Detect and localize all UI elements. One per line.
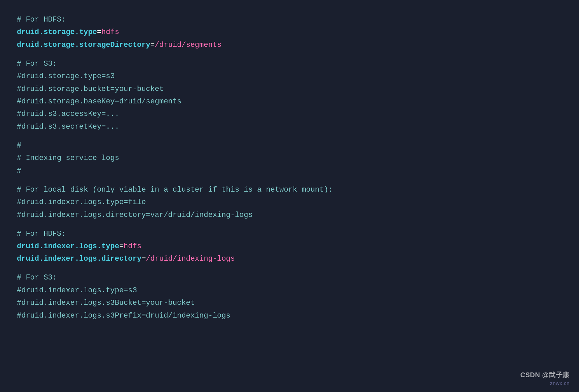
code-line: druid.storage.type=hdfs: [17, 26, 562, 38]
property-value: /druid/indexing-logs: [146, 255, 235, 263]
blank-line: [17, 133, 562, 139]
code-line: druid.storage.storageDirectory=/druid/se…: [17, 39, 562, 51]
equals-sign: =: [97, 28, 101, 36]
code-line: # For S3:: [17, 271, 562, 284]
code-line: # Indexing service logs: [17, 152, 562, 164]
code-line: #druid.s3.secretKey=...: [17, 121, 562, 133]
watermark-bottom: znwx.cn: [550, 380, 570, 386]
equals-sign: =: [142, 255, 146, 263]
code-line: druid.indexer.logs.type=hdfs: [17, 240, 562, 253]
blank-line: [17, 265, 562, 272]
property-key: druid.storage.type: [17, 28, 97, 36]
blank-line: [17, 177, 562, 184]
code-line: #druid.indexer.logs.directory=var/druid/…: [17, 209, 562, 221]
property-value: /druid/segments: [155, 41, 221, 49]
property-value: hdfs: [101, 28, 119, 36]
code-line: #druid.indexer.logs.type=s3: [17, 284, 562, 297]
code-block: # For HDFS:druid.storage.type=hdfsdruid.…: [0, 0, 579, 335]
code-line: #druid.indexer.logs.s3Bucket=your-bucket: [17, 297, 562, 309]
blank-line: [17, 51, 562, 58]
property-key: druid.indexer.logs.directory: [17, 255, 142, 263]
code-line: # For HDFS:: [17, 13, 562, 26]
code-line: #: [17, 165, 562, 177]
code-line: #druid.indexer.logs.type=file: [17, 196, 562, 208]
code-line: #druid.indexer.logs.s3Prefix=druid/index…: [17, 309, 562, 322]
code-line: #druid.storage.type=s3: [17, 70, 562, 83]
property-value: hdfs: [124, 242, 142, 251]
property-key: druid.storage.storageDirectory: [17, 41, 150, 49]
code-line: #: [17, 139, 562, 152]
code-line: druid.indexer.logs.directory=/druid/inde…: [17, 253, 562, 265]
code-line: #druid.storage.bucket=your-bucket: [17, 83, 562, 95]
watermark-top: CSDN @武子康: [520, 370, 570, 380]
code-line: # For S3:: [17, 58, 562, 70]
code-line: # For local disk (only viable in a clust…: [17, 184, 562, 196]
blank-line: [17, 221, 562, 228]
property-key: druid.indexer.logs.type: [17, 242, 119, 251]
code-line: #druid.s3.accessKey=...: [17, 108, 562, 120]
watermark: CSDN @武子康 znwx.cn: [520, 370, 570, 386]
equals-sign: =: [119, 242, 124, 251]
equals-sign: =: [150, 41, 155, 49]
code-line: #druid.storage.baseKey=druid/segments: [17, 95, 562, 108]
code-line: # For HDFS:: [17, 228, 562, 240]
